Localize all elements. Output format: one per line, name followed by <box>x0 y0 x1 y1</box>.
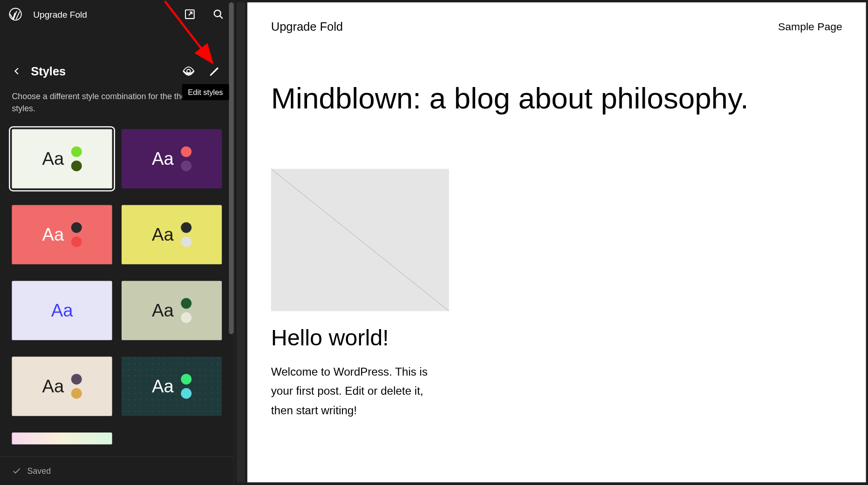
style-color-dots <box>181 374 191 398</box>
sidebar: Upgrade Fold Styles <box>0 0 234 485</box>
style-aa-sample: Aa <box>152 376 174 396</box>
style-variation-1[interactable]: Aa <box>122 129 222 189</box>
preview-site-title[interactable]: Upgrade Fold <box>271 20 343 34</box>
check-icon <box>12 466 21 475</box>
styles-title: Styles <box>31 64 172 78</box>
view-site-button[interactable] <box>179 4 200 25</box>
top-bar: Upgrade Fold <box>0 0 234 28</box>
style-aa-sample: Aa <box>152 224 174 244</box>
style-aa-sample: Aa <box>42 376 64 396</box>
svg-line-5 <box>220 16 223 19</box>
preview-frame[interactable]: Upgrade Fold Sample Page Mindblown: a bl… <box>247 2 866 482</box>
style-variation-5[interactable]: Aa <box>122 281 222 340</box>
styles-grid: AaAaAaAaAaAaAaAa <box>0 124 234 456</box>
style-variation-6[interactable]: Aa <box>12 357 112 416</box>
style-variation-4[interactable]: Aa <box>12 281 112 340</box>
style-color-dots <box>71 222 82 247</box>
preview-main-heading[interactable]: Mindblown: a blog about philosophy. <box>271 81 842 115</box>
preview-post-body[interactable]: Welcome to WordPress. This is your first… <box>271 363 443 420</box>
style-book-button[interactable] <box>179 61 198 81</box>
svg-line-6 <box>271 169 449 311</box>
style-aa-sample: Aa <box>152 300 174 320</box>
style-color-dots <box>71 146 82 171</box>
command-palette-button[interactable] <box>208 4 229 25</box>
edit-styles-tooltip: Edit styles <box>182 84 229 100</box>
scrollbar-thumb[interactable] <box>229 2 233 334</box>
svg-point-4 <box>214 10 221 17</box>
styles-header: Styles Edit styles <box>0 52 234 85</box>
style-variation-8[interactable] <box>12 432 112 444</box>
status-bar: Saved <box>0 456 234 485</box>
preview-scrollbar[interactable] <box>237 2 245 482</box>
preview-nav-link[interactable]: Sample Page <box>778 21 842 34</box>
style-variation-0[interactable]: Aa <box>12 129 112 189</box>
saved-label: Saved <box>27 466 51 475</box>
edit-styles-button[interactable]: Edit styles <box>205 61 224 81</box>
style-color-dots <box>181 298 191 323</box>
site-name[interactable]: Upgrade Fold <box>33 9 172 20</box>
style-aa-sample: Aa <box>42 224 64 244</box>
style-variation-7[interactable]: Aa <box>122 357 222 416</box>
preview-post-title[interactable]: Hello world! <box>271 325 842 351</box>
style-color-dots <box>181 222 191 247</box>
style-color-dots <box>181 146 191 171</box>
preview-image-placeholder[interactable] <box>271 169 449 311</box>
style-aa-sample: Aa <box>152 149 174 169</box>
preview-header: Upgrade Fold Sample Page <box>271 20 842 34</box>
style-aa-sample: Aa <box>51 300 73 320</box>
wordpress-logo[interactable] <box>5 4 26 25</box>
style-variation-2[interactable]: Aa <box>12 205 112 264</box>
back-button[interactable] <box>9 64 24 78</box>
style-color-dots <box>71 374 82 398</box>
preview-area: Upgrade Fold Sample Page Mindblown: a bl… <box>234 0 868 485</box>
style-variation-3[interactable]: Aa <box>122 205 222 264</box>
style-aa-sample: Aa <box>42 149 64 169</box>
